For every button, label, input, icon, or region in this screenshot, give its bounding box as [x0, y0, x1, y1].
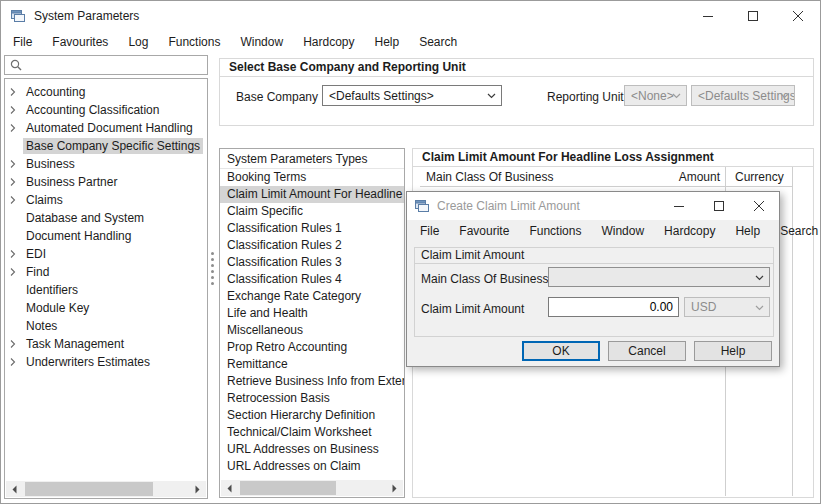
- help-button[interactable]: Help: [694, 341, 772, 361]
- types-horizontal-scrollbar[interactable]: [221, 480, 403, 496]
- triangle-left-icon: [226, 484, 233, 493]
- types-list-item[interactable]: Classification Rules 4: [220, 271, 404, 288]
- claim-limit-label: Claim Limit Amount: [421, 302, 524, 316]
- main-class-label: Main Class Of Business: [421, 272, 548, 286]
- types-list-item[interactable]: URL Addresses on Claim: [220, 458, 404, 475]
- tree-item[interactable]: Task Management: [5, 335, 207, 353]
- claim-limit-input[interactable]: [548, 297, 679, 317]
- tree-item-label: Base Company Specific Settings: [23, 138, 203, 154]
- types-list-item[interactable]: Retrieve Business Info from External: [220, 373, 404, 390]
- maximize-icon: [748, 11, 758, 21]
- dialog-menu-item[interactable]: Functions: [519, 221, 591, 241]
- ok-button[interactable]: OK: [522, 341, 600, 361]
- maximize-button[interactable]: [730, 1, 775, 31]
- chevron-down-icon: [755, 305, 764, 311]
- splitter-handle[interactable]: [209, 252, 215, 294]
- dialog-menu-item[interactable]: File: [410, 221, 449, 241]
- types-list-item[interactable]: Prop Retro Accounting: [220, 339, 404, 356]
- types-list-item[interactable]: Section Hierarchy Definition: [220, 407, 404, 424]
- search-input[interactable]: [27, 57, 207, 73]
- tree-horizontal-scrollbar[interactable]: [6, 481, 206, 497]
- dialog-menu-item[interactable]: Help: [725, 221, 770, 241]
- types-list-item[interactable]: URL Addresses on Business: [220, 441, 404, 458]
- reporting-unit-defaults-select: <Defaults Settings>: [691, 85, 795, 106]
- dialog-title: Create Claim Limit Amount: [437, 199, 580, 213]
- tree-item-label: Business: [23, 156, 78, 172]
- tree-item[interactable]: Module Key: [5, 299, 207, 317]
- types-list-item[interactable]: Miscellaneous: [220, 322, 404, 339]
- types-list-item[interactable]: Classification Rules 2: [220, 237, 404, 254]
- menu-item[interactable]: Log: [118, 32, 158, 52]
- chevron-right-icon: [10, 267, 23, 277]
- scroll-track[interactable]: [238, 480, 386, 496]
- minimize-icon: [703, 11, 713, 21]
- scroll-left-button[interactable]: [6, 481, 23, 497]
- splitter-dot: [211, 276, 214, 279]
- splitter-dot: [211, 264, 214, 267]
- types-list-item[interactable]: Claim Specific: [220, 203, 404, 220]
- dialog-close-button[interactable]: [739, 192, 779, 220]
- tree-item[interactable]: Accounting: [5, 83, 207, 101]
- currency-value: USD: [691, 300, 716, 314]
- types-list-item[interactable]: Exchange Rate Category: [220, 288, 404, 305]
- base-company-label: Base Company: [236, 90, 318, 104]
- close-button[interactable]: [775, 1, 820, 31]
- types-list-item[interactable]: Retrocession Basis: [220, 390, 404, 407]
- claim-limit-group-title: Claim Limit Amount: [415, 248, 773, 264]
- cancel-button[interactable]: Cancel: [608, 341, 686, 361]
- minimize-button[interactable]: [685, 1, 730, 31]
- scroll-track[interactable]: [23, 481, 189, 497]
- tree-item[interactable]: Database and System: [5, 209, 207, 227]
- tree-item[interactable]: Notes: [5, 317, 207, 335]
- tree-item[interactable]: EDI: [5, 245, 207, 263]
- window-title: System Parameters: [34, 9, 139, 23]
- tree-item[interactable]: Claims: [5, 191, 207, 209]
- search-box[interactable]: [4, 55, 208, 75]
- types-list-item[interactable]: Technical/Claim Worksheet: [220, 424, 404, 441]
- tree-item[interactable]: Identifiers: [5, 281, 207, 299]
- menu-item[interactable]: Hardcopy: [293, 32, 364, 52]
- types-list-item[interactable]: Classification Rules 1: [220, 220, 404, 237]
- dialog-menu-item[interactable]: Favourite: [449, 221, 519, 241]
- menu-item[interactable]: Help: [364, 32, 409, 52]
- tree-item-label: Underwriters Estimates: [23, 354, 153, 370]
- dialog-window-controls: [659, 192, 779, 220]
- tree-item[interactable]: Accounting Classification: [5, 101, 207, 119]
- menu-item[interactable]: Favourites: [42, 32, 118, 52]
- dialog-maximize-button[interactable]: [699, 192, 739, 220]
- types-list-item[interactable]: Life and Health: [220, 305, 404, 322]
- tree-item[interactable]: Find: [5, 263, 207, 281]
- tree-item[interactable]: Underwriters Estimates: [5, 353, 207, 371]
- dialog-minimize-button[interactable]: [659, 192, 699, 220]
- menu-item[interactable]: Window: [230, 32, 293, 52]
- types-list-item[interactable]: Booking Terms: [220, 169, 404, 186]
- types-list-item[interactable]: Claim Limit Amount For Headline Loss: [220, 186, 404, 203]
- base-company-select[interactable]: <Defaults Settings>: [322, 85, 502, 106]
- menu-item[interactable]: Search: [409, 32, 467, 52]
- dialog-menu-item[interactable]: Search: [770, 221, 821, 241]
- dialog-menu-item[interactable]: Window: [591, 221, 654, 241]
- types-list-item[interactable]: Classification Rules 3: [220, 254, 404, 271]
- tree-item[interactable]: Business: [5, 155, 207, 173]
- tree-item[interactable]: Automated Document Handling: [5, 119, 207, 137]
- scroll-thumb[interactable]: [25, 482, 153, 496]
- menu-item[interactable]: Functions: [158, 32, 230, 52]
- dialog-menu-bar: FileFavouriteFunctionsWindowHardcopyHelp…: [407, 220, 779, 242]
- minimize-icon: [674, 201, 684, 211]
- tree-item[interactable]: Business Partner: [5, 173, 207, 191]
- dialog-menu-item[interactable]: Hardcopy: [654, 221, 725, 241]
- main-class-select[interactable]: [548, 267, 770, 287]
- scroll-right-button[interactable]: [386, 480, 403, 496]
- menu-item[interactable]: File: [3, 32, 42, 52]
- types-list: Booking TermsClaim Limit Amount For Head…: [220, 169, 404, 475]
- tree-item[interactable]: Document Handling: [5, 227, 207, 245]
- scroll-left-button[interactable]: [221, 480, 238, 496]
- scroll-thumb[interactable]: [240, 481, 336, 495]
- maximize-icon: [714, 201, 724, 211]
- base-company-value: <Defaults Settings>: [329, 89, 434, 103]
- company-panel: Select Base Company and Reporting Unit B…: [219, 58, 814, 126]
- chevron-right-icon: [10, 339, 23, 349]
- types-list-item[interactable]: Remittance: [220, 356, 404, 373]
- tree-item[interactable]: Base Company Specific Settings: [5, 137, 207, 155]
- scroll-right-button[interactable]: [189, 481, 206, 497]
